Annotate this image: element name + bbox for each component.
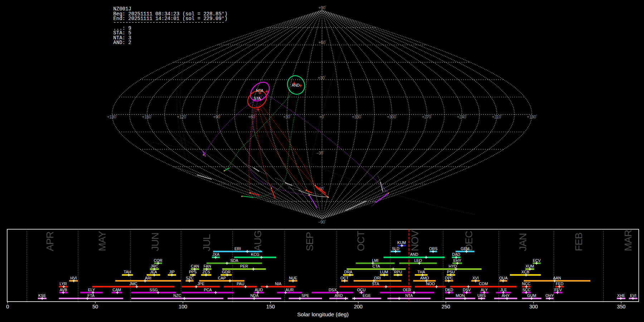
svg-text:0: 0 [6, 304, 9, 309]
svg-text:KCG: KCG [251, 252, 259, 257]
svg-text:COM: COM [479, 282, 488, 286]
svg-text:CAN: CAN [191, 264, 199, 268]
svg-text:ALY: ALY [480, 288, 488, 292]
svg-text:FEB: FEB [573, 233, 584, 251]
svg-text:HVI: HVI [70, 276, 77, 280]
svg-text:+150°: +150° [142, 114, 152, 119]
svg-text:THA: THA [417, 270, 425, 274]
svg-text:ERI: ERI [234, 247, 241, 251]
svg-text:XUM: XUM [526, 264, 534, 268]
svg-text:CTA: CTA [372, 264, 380, 268]
svg-text:NCC: NCC [522, 282, 531, 286]
svg-text:LEO: LEO [414, 258, 422, 263]
svg-text:+270°: +270° [422, 114, 432, 119]
svg-text:−90°: −90° [318, 219, 326, 225]
svg-text:PPS: PPS [189, 270, 197, 274]
svg-text:AUR: AUR [286, 288, 294, 292]
svg-text:OCT: OCT [341, 276, 349, 280]
svg-text:+30°: +30° [283, 114, 291, 119]
svg-text:JLE: JLE [500, 288, 507, 292]
svg-text:GDR: GDR [222, 270, 230, 274]
svg-text:DPC: DPC [445, 276, 453, 280]
svg-text:DRA: DRA [344, 270, 353, 274]
svg-text:ARD: ARD [335, 293, 343, 298]
svg-text:------------------------------: ------------------------------------- [113, 20, 225, 25]
svg-text:NUE: NUE [289, 276, 297, 280]
svg-text:+60°: +60° [318, 40, 326, 45]
svg-text:MON: MON [456, 293, 465, 298]
svg-text:FEV: FEV [555, 288, 562, 292]
svg-text:JPE: JPE [197, 282, 204, 286]
svg-text:NTA: NTA [405, 293, 413, 298]
svg-text:XVI: XVI [472, 276, 478, 280]
svg-text:AND: 2: AND: 2 [113, 40, 131, 45]
svg-text:AVB: AVB [60, 288, 67, 292]
svg-text:URS: URS [478, 293, 486, 298]
svg-text:PER: PER [240, 264, 248, 268]
svg-text:NZC: NZC [173, 293, 181, 298]
svg-text:TAH: TAH [124, 270, 131, 274]
svg-text:+180°: +180° [527, 114, 537, 119]
svg-text:AUD: AUD [255, 288, 263, 292]
svg-text:SPE: SPE [302, 293, 309, 298]
svg-text:+180°: +180° [107, 114, 117, 119]
svg-text:OCT: OCT [355, 231, 366, 251]
svg-text:+330°: +330° [352, 114, 362, 119]
svg-text:JUN: JUN [150, 233, 161, 251]
svg-text:SEP: SEP [304, 232, 315, 251]
svg-text:FTA: FTA [88, 293, 95, 298]
svg-text:ZCS: ZCS [203, 270, 210, 274]
svg-text:XCB: XCB [521, 270, 529, 274]
svg-text:ORI: ORI [374, 276, 381, 280]
svg-text:KSE: KSE [38, 293, 46, 298]
svg-text:100: 100 [179, 304, 187, 309]
svg-text:PSU: PSU [447, 270, 455, 274]
svg-text:EVI: EVI [630, 293, 636, 298]
svg-text:APR: APR [44, 231, 55, 251]
svg-text:ORS: ORS [429, 247, 437, 251]
svg-text:STA: STA [372, 282, 379, 286]
svg-text:JMC: JMC [130, 282, 137, 286]
svg-text:350: 350 [617, 304, 625, 309]
svg-text:NDA: NDA [250, 293, 259, 298]
svg-text:QUA: QUA [499, 276, 508, 280]
svg-text:OER: OER [403, 288, 411, 292]
svg-text:+240°: +240° [457, 114, 467, 119]
svg-text:NOO: NOO [426, 282, 435, 286]
svg-text:XHE: XHE [617, 293, 625, 298]
svg-text:LYR: LYR [60, 282, 67, 286]
svg-text:EHY: EHY [453, 258, 461, 263]
svg-text:HYD: HYD [449, 264, 457, 268]
svg-text:GEM: GEM [461, 247, 470, 251]
svg-text:CAP: CAP [218, 276, 226, 280]
svg-text:JIP: JIP [169, 270, 175, 274]
svg-text:AUG: AUG [252, 230, 263, 251]
svg-text:FAN: FAN [204, 264, 211, 268]
svg-text:ELY: ELY [88, 288, 95, 292]
svg-text:PAU: PAU [236, 282, 244, 286]
svg-text:SDA: SDA [230, 258, 239, 263]
svg-text:COR: COR [154, 258, 162, 263]
svg-text:JXA: JXA [212, 252, 220, 257]
svg-text:200: 200 [354, 304, 362, 309]
svg-text:JRC: JRC [151, 264, 158, 268]
svg-text:DKD: DKD [445, 288, 453, 292]
svg-text:OCU: OCU [357, 288, 366, 292]
svg-text:−30°: −30° [316, 150, 324, 156]
svg-text:AND: AND [292, 83, 300, 87]
svg-text:50: 50 [92, 304, 98, 309]
svg-text:NTA: NTA [256, 88, 263, 93]
svg-text:FED: FED [556, 282, 564, 286]
svg-text:AND: AND [410, 252, 418, 257]
svg-text:JUL: JUL [201, 234, 212, 251]
svg-text:+120°: +120° [177, 114, 187, 119]
svg-text:PCA: PCA [204, 288, 212, 292]
svg-text:AHY: AHY [502, 293, 509, 298]
svg-text:+60°: +60° [248, 114, 256, 119]
svg-text:SSG: SSG [150, 288, 158, 292]
svg-text:STA: STA [254, 96, 261, 101]
svg-text:250: 250 [441, 304, 450, 309]
svg-text:NIA: NIA [275, 282, 282, 286]
svg-text:+210°: +210° [492, 114, 502, 119]
svg-text:+30°: +30° [318, 75, 326, 80]
